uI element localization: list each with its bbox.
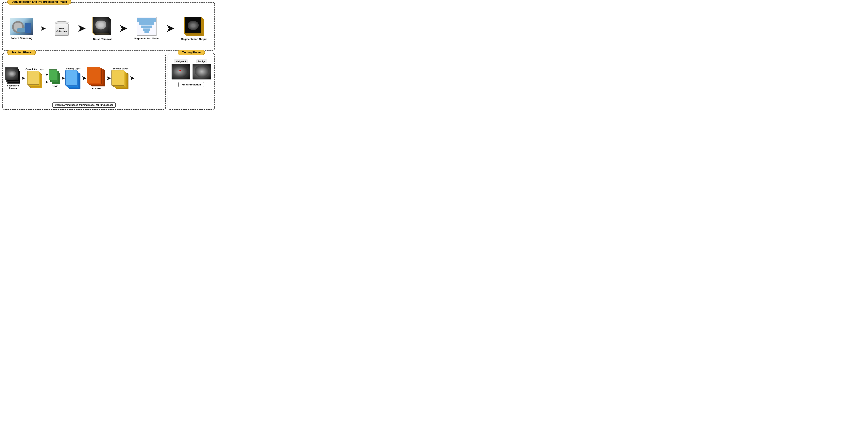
benign-col: Benign: [192, 60, 212, 80]
conv-layer-visual: [27, 71, 43, 89]
segmented-images-col: Segmented Images: [5, 67, 21, 89]
arrow-train-1: ➤: [21, 76, 25, 81]
relu-col: ReLU: [49, 69, 61, 87]
testing-phase-label: Testing Phase: [178, 50, 205, 55]
malignant-label: Malignant: [174, 60, 188, 63]
arrow-train-6: ➤: [130, 76, 134, 81]
training-content: Segmented Images ➤ Convolution Layer: [5, 55, 163, 108]
softmax-label: Softmax Layer: [113, 67, 128, 70]
data-collection-cylinder: Data Collection: [53, 20, 70, 37]
top-flow: Patient Screening ➤ Data Collection ➤ No…: [6, 4, 211, 49]
result-images: Malignant Benign: [171, 60, 212, 80]
malignant-ct: [172, 64, 190, 79]
arrow-train-3: ➤: [61, 76, 65, 81]
segmentation-output-item: Segmentation Output: [181, 17, 207, 40]
benign-label: Benign: [196, 60, 207, 63]
double-arrows: ➤ ➤: [45, 73, 48, 84]
training-row: Segmented Images ➤ Convolution Layer: [5, 55, 163, 101]
patient-screening-item: Patient Screening: [10, 18, 33, 39]
fc-label: FC Layer: [92, 87, 101, 90]
fc-col: FC Layer: [87, 67, 106, 90]
testing-section: Testing Phase Malignant: [167, 53, 215, 110]
noise-removal-label: Noise Removal: [93, 37, 112, 40]
training-phase-label: Training Phase: [7, 50, 36, 55]
segmentation-output-label: Segmentation Output: [181, 37, 207, 40]
arrow-train-2a: ➤: [45, 73, 48, 76]
relu-visual: [49, 69, 61, 84]
benign-image: [192, 64, 211, 80]
arrow-train-5: ➤: [106, 76, 111, 81]
segmentation-model-item: Segmentation Model: [134, 17, 159, 40]
softmax-col: Softmax Layer: [112, 67, 129, 89]
conv-layer-col: Convolution Layer: [26, 68, 45, 89]
arrow-1: ➤: [40, 25, 45, 32]
segmented-image-stack: [5, 67, 21, 84]
arrow-2: ➤: [78, 24, 85, 33]
relu-label: ReLU: [52, 85, 58, 87]
pool-visual: [65, 70, 81, 89]
output-scans: [184, 17, 204, 36]
final-prediction-box: Final Prediction: [179, 82, 204, 87]
segmentation-model-label: Segmentation Model: [134, 37, 159, 40]
fc-visual: [87, 67, 106, 87]
arrow-4: ➤: [166, 24, 174, 33]
malignant-image: [172, 64, 190, 80]
benign-ct: [193, 64, 211, 79]
testing-results: Malignant Benign: [171, 55, 212, 87]
data-collection-item: Data Collection: [53, 20, 70, 37]
malignant-col: Malignant: [171, 60, 191, 80]
main-container: Data collection and Pre-processing Phase…: [0, 0, 217, 112]
arrow-train-4: ➤: [82, 76, 86, 81]
conv-layer-label: Convolution Layer: [26, 68, 45, 70]
noise-removal-item: Noise Removal: [92, 17, 112, 40]
noise-removal-scans: [92, 17, 112, 36]
pooling-col: Pooling Layer: [65, 67, 81, 89]
bottom-section: Training Phase: [2, 53, 215, 110]
arrow-train-2b: ➤: [45, 80, 48, 84]
data-collection-text: Data Collection: [55, 24, 69, 36]
ct-scanner-image: [10, 18, 33, 35]
segmented-images-label: Segmented Images: [7, 85, 20, 89]
top-section: Data collection and Pre-processing Phase…: [2, 2, 215, 51]
pooling-label: Pooling Layer: [66, 67, 81, 70]
segmentation-funnel: [137, 17, 157, 36]
arrow-3: ➤: [119, 24, 127, 33]
patient-screening-label: Patient Screening: [11, 37, 32, 39]
top-phase-label: Data collection and Pre-processing Phase: [7, 0, 71, 4]
softmax-visual: [112, 70, 129, 89]
training-section: Training Phase: [2, 53, 166, 110]
training-caption: Deep learning-based training model for l…: [52, 102, 116, 108]
